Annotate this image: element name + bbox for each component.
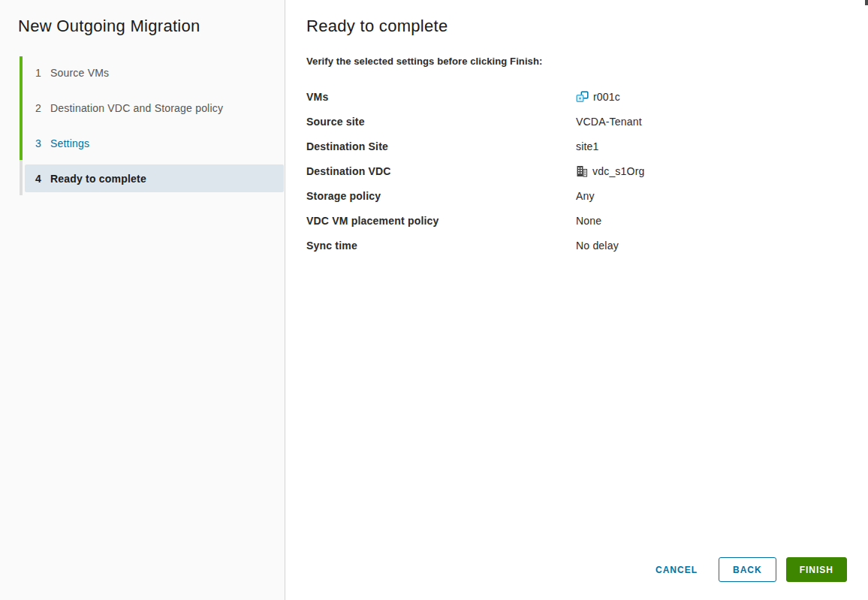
row-label: Source site (306, 116, 576, 128)
summary-row-vms: VMs r001c (306, 84, 832, 109)
row-value: site1 (576, 140, 599, 152)
verify-instruction-text: Verify the selected settings before clic… (306, 56, 542, 67)
row-label: VMs (306, 91, 576, 103)
wizard-step-list: 1 Source VMs 2 Destination VDC and Stora… (0, 55, 285, 196)
step-number: 3 (33, 137, 44, 149)
row-label: Storage policy (306, 190, 576, 202)
row-value: vdc_s1Org (576, 165, 645, 177)
row-value: VCDA-Tenant (576, 116, 642, 128)
summary-row-sync-time: Sync time No delay (306, 233, 832, 258)
row-value-text: None (576, 215, 601, 227)
row-value: No delay (576, 240, 619, 252)
cancel-button[interactable]: CANCEL (645, 557, 708, 582)
settings-summary-table: VMs r001c Source site VCDA-Tenant (306, 84, 832, 258)
row-label: Destination VDC (306, 165, 576, 177)
step-label: Ready to complete (50, 173, 146, 185)
step-settings[interactable]: 3 Settings (0, 125, 285, 161)
wizard-footer-actions: CANCEL BACK FINISH (645, 557, 847, 582)
row-value: Any (576, 190, 595, 202)
scrollbar-fragment (865, 0, 868, 5)
step-destination-vdc-and-storage-policy: 2 Destination VDC and Storage policy (0, 90, 285, 125)
summary-row-storage-policy: Storage policy Any (306, 183, 832, 208)
finish-button[interactable]: FINISH (786, 557, 847, 582)
wizard-sidebar: New Outgoing Migration 1 Source VMs 2 De… (0, 0, 285, 600)
row-label: Sync time (306, 240, 576, 252)
back-button[interactable]: BACK (719, 557, 776, 582)
summary-row-destination-site: Destination Site site1 (306, 134, 832, 158)
vm-icon (576, 91, 589, 103)
row-value-text: vdc_s1Org (592, 165, 645, 177)
step-number: 4 (33, 173, 44, 185)
page-title: Ready to complete (306, 17, 448, 36)
new-outgoing-migration-wizard: New Outgoing Migration 1 Source VMs 2 De… (0, 0, 868, 600)
progress-bar-remaining (20, 160, 23, 195)
summary-row-destination-vdc: Destination VDC (306, 158, 832, 183)
row-label: Destination Site (306, 140, 576, 152)
step-number: 1 (33, 67, 44, 79)
step-source-vms: 1 Source VMs (0, 55, 285, 90)
step-label: Settings (50, 137, 89, 149)
step-number: 2 (33, 102, 44, 114)
row-value: r001c (576, 91, 620, 103)
summary-row-source-site: Source site VCDA-Tenant (306, 109, 832, 134)
step-ready-to-complete[interactable]: 4 Ready to complete (25, 164, 284, 192)
wizard-title: New Outgoing Migration (18, 17, 200, 36)
wizard-content: Ready to complete Verify the selected se… (286, 0, 868, 600)
building-icon (576, 165, 588, 177)
row-value-text: No delay (576, 240, 619, 252)
row-value: None (576, 215, 601, 227)
row-value-text: site1 (576, 140, 599, 152)
row-value-text: r001c (593, 91, 620, 103)
row-value-text: VCDA-Tenant (576, 116, 642, 128)
row-value-text: Any (576, 190, 595, 202)
row-label: VDC VM placement policy (306, 215, 576, 227)
summary-row-vdc-vm-placement-policy: VDC VM placement policy None (306, 208, 832, 233)
step-label: Destination VDC and Storage policy (50, 102, 223, 114)
step-label: Source VMs (50, 67, 109, 79)
